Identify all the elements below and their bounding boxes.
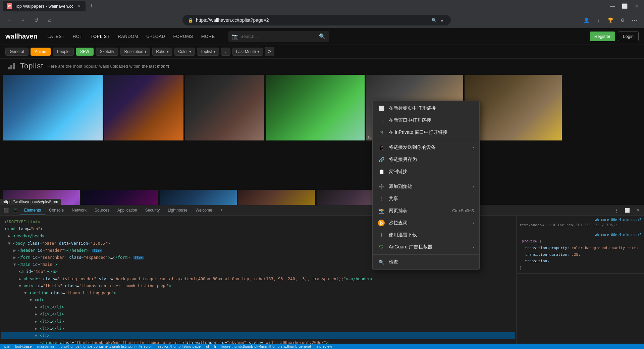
url-bar[interactable]: 🔒 https://wallhaven.cc/toplist?page=2 🔍 … [182, 15, 451, 25]
wallpaper-item-10[interactable] [238, 190, 315, 205]
devtools-inspect-icon[interactable]: ⬛ [1, 206, 11, 215]
wallpaper-item-1[interactable] [3, 75, 103, 140]
search-input[interactable] [240, 34, 317, 39]
close-button[interactable]: ✕ [632, 1, 641, 11]
statusbar-section[interactable]: section.thumb-listing-page [158, 344, 201, 348]
devtools-close[interactable]: ✕ [633, 206, 643, 215]
ctx-save-link[interactable]: 🔗 将链接另存为 [373, 154, 479, 166]
filter-general[interactable]: General [5, 48, 29, 56]
filter-ratio[interactable]: Ratio ▾ [152, 48, 172, 56]
bookmark-icon[interactable]: ★ [439, 17, 445, 23]
nav-more[interactable]: More [198, 33, 218, 40]
ctx-label: 在 InPrivate 窗口中打开链接 [389, 129, 474, 135]
statusbar-body[interactable]: body.base [15, 344, 32, 348]
nav-hot[interactable]: Hot [69, 33, 86, 40]
nav-forums[interactable]: Forums [170, 33, 196, 40]
login-button[interactable]: Login [618, 32, 639, 41]
devtools-device-icon[interactable]: 📱 [11, 206, 20, 215]
ctx-inspect[interactable]: 🔍 检查 [373, 256, 479, 268]
tab-close-button[interactable]: × [76, 3, 82, 9]
download-icon[interactable]: ↓ [593, 15, 604, 25]
filter-people[interactable]: People [53, 48, 74, 56]
ctx-add-collection[interactable]: ➕ 添加到集锦 › [373, 181, 479, 193]
nav-random[interactable]: Random [114, 33, 142, 40]
filter-toplist[interactable]: Toplist ▾ [197, 48, 219, 56]
new-tab-button[interactable]: + [87, 1, 96, 11]
search-bar[interactable]: 📷 🔍 [228, 31, 329, 42]
back-button[interactable]: ← [4, 15, 15, 25]
devtools-add-tab[interactable]: + [216, 206, 227, 215]
devtools-tab-application[interactable]: Application [113, 206, 141, 215]
html-line[interactable]: ▶ <header class="listing-header" style="… [1, 276, 515, 283]
html-line[interactable]: ▼ <div id="thumbs" class="thumbs-contain… [1, 283, 515, 290]
settings-icon[interactable]: ⚙ [617, 15, 628, 25]
filter-sketchy[interactable]: Sketchy [96, 48, 119, 56]
filter-last-month[interactable]: Last Month ▾ [232, 48, 263, 56]
extensions-icon[interactable]: 👤 [581, 15, 592, 25]
nav-upload[interactable]: Upload [143, 33, 168, 40]
filter-sort-dir[interactable]: ↓ [221, 48, 230, 56]
search-icon[interactable]: 🔍 [319, 33, 326, 40]
statusbar-main[interactable]: main#main [37, 344, 55, 348]
statusbar-a[interactable]: a.preview [316, 344, 332, 348]
statusbar-html[interactable]: html [3, 344, 10, 348]
register-button[interactable]: Register [590, 32, 615, 41]
devtools-tab-console[interactable]: Console [45, 206, 68, 215]
ctx-open-new-window[interactable]: ⬚ 在新窗口中打开链接 [373, 114, 479, 126]
devtools-actions: ⋮ ⬜ ✕ [612, 206, 643, 215]
site-logo[interactable]: wallhaven [5, 33, 38, 40]
ctx-thunder[interactable]: ⬇ 使用迅雷下载 [373, 229, 479, 241]
styles-source-link[interactable]: wh-core-06e.4.min.css:2 [595, 218, 641, 222]
ctx-send-to-device[interactable]: 📱 将链接发送到你的设备 › [373, 141, 479, 154]
ctx-capture[interactable]: 📸 网页捕获 Ctrl+Shift+S [373, 205, 479, 217]
devtools-tab-network[interactable]: Network [68, 206, 91, 215]
devtools-tab-security[interactable]: Security [141, 206, 164, 215]
styles-source-link-2[interactable]: wh-core-06e.4.min.css:2 [595, 233, 641, 237]
trophy-icon[interactable]: 🏆 [605, 15, 616, 25]
html-line[interactable]: ▶ <li>…</li> [1, 325, 515, 332]
wallpaper-item-8[interactable] [81, 190, 158, 205]
ctx-open-inprivate[interactable]: ⊡ 在 InPrivate 窗口中打开链接 [373, 126, 479, 138]
wallpaper-item-3[interactable] [185, 75, 264, 140]
html-line[interactable]: ▶ <li>…</li> [1, 318, 515, 325]
html-line[interactable]: ▼ <ul> [1, 297, 515, 304]
maximize-button[interactable]: ⬜ [620, 1, 629, 11]
devtools-tab-welcome[interactable]: Welcome [192, 206, 216, 215]
search-url-icon[interactable]: 🔍 [431, 17, 437, 23]
html-line[interactable]: ▶ <li>…</li> [1, 304, 515, 311]
wallpaper-item-2[interactable] [104, 75, 183, 140]
nav-latest[interactable]: Latest [44, 33, 68, 40]
forward-button[interactable]: → [17, 15, 28, 25]
ctx-share[interactable]: ⇧ 共享 [373, 193, 479, 205]
statusbar-li[interactable]: li [214, 344, 216, 348]
devtools-tab-sources[interactable]: Sources [91, 206, 113, 215]
statusbar-figure[interactable]: figure.thumb.thumb-pky5mm.thumb-sfw.thum… [221, 344, 311, 348]
devtools-options[interactable]: ⋮ [612, 206, 621, 215]
html-line[interactable]: <figure class="thumb thumb-pky5mm thumb-… [1, 339, 515, 344]
nav-toplist[interactable]: Toplist [87, 33, 113, 40]
filter-color[interactable]: Color ▾ [174, 48, 195, 56]
minimize-button[interactable]: — [608, 1, 617, 11]
ctx-adguard[interactable]: 🛡 AdGuard 广告拦截器 › [373, 241, 479, 253]
ctx-open-new-tab[interactable]: ⬜ 在新标签页中打开链接 [373, 102, 479, 114]
statusbar-thumbs[interactable]: div#thumbs.thumbs-container.thumb-listin… [61, 344, 152, 348]
ctx-copy-link[interactable]: 📋 复制链接 [373, 166, 479, 178]
filter-resolution[interactable]: Resolution ▾ [120, 48, 150, 56]
wallpaper-item-4[interactable] [266, 75, 365, 140]
wallpaper-item-9[interactable] [160, 190, 237, 205]
filter-anime[interactable]: Anime [31, 48, 51, 56]
statusbar-ul[interactable]: ul [206, 344, 209, 348]
ctx-sara[interactable]: 沙 沙拉查词 › [373, 217, 479, 229]
devtools-dock[interactable]: ⬜ [623, 206, 632, 215]
filter-refresh-button[interactable]: ⟳ [265, 47, 274, 56]
devtools-tab-elements[interactable]: Elements [20, 206, 45, 215]
html-line[interactable]: ▶ <li>…</li> [1, 311, 515, 318]
selected-html-line[interactable]: ▼ <li> [1, 332, 515, 339]
menu-button[interactable]: ⋯ [629, 15, 640, 25]
home-button[interactable]: ⌂ [44, 15, 55, 25]
devtools-tab-lighthouse[interactable]: Lighthouse [164, 206, 192, 215]
filter-sfw[interactable]: SFW [76, 48, 94, 56]
html-line[interactable]: ▼ <section class="thumb-listing-page"> [1, 290, 515, 297]
active-tab[interactable]: W Top Wallpapers - wallhaven.cc × [3, 1, 86, 11]
refresh-button[interactable]: ↺ [31, 15, 42, 25]
